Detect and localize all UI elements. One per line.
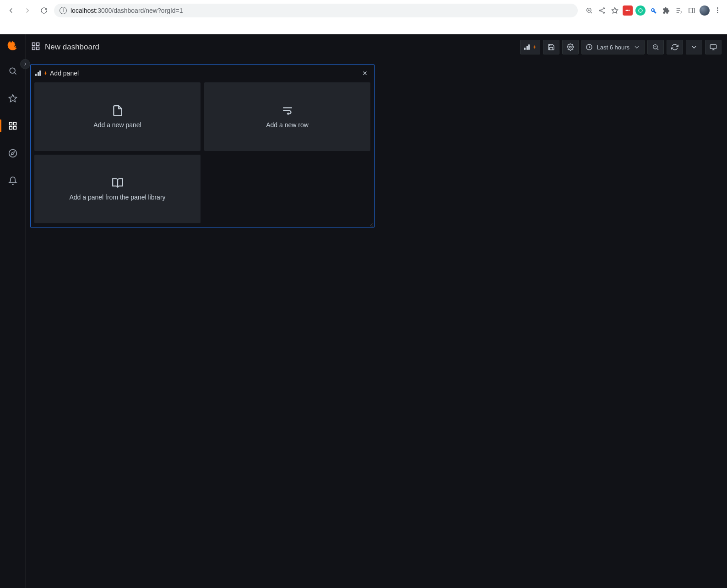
svg-rect-21 [9,127,12,129]
add-new-row-label: Add a new row [266,121,309,129]
browser-reload-button[interactable] [38,4,50,17]
grafana-app: New dashboard + Last 6 hours [0,34,727,588]
browser-back-button[interactable] [5,4,17,17]
svg-rect-28 [37,47,39,50]
sidenav [0,34,26,588]
svg-marker-9 [612,7,618,13]
sidenav-starred[interactable] [4,89,22,108]
book-open-icon [112,177,124,189]
extension-green-icon[interactable] [635,5,646,16]
extensions-puzzle-icon[interactable] [661,5,671,16]
sidenav-explore[interactable] [4,144,22,162]
extension-red-icon[interactable]: ••• [623,5,633,16]
bookmark-star-icon[interactable] [610,5,620,16]
save-icon [548,43,555,51]
add-panel-title: Add panel [50,70,79,77]
gear-icon [567,43,574,51]
toolbar-time-picker[interactable]: Last 6 hours [581,40,645,54]
toolbar-refresh-interval-button[interactable] [686,40,702,54]
add-panel-widget: + Add panel Add a new panel Add a new ro… [30,65,374,227]
svg-point-6 [603,12,605,13]
svg-rect-34 [710,45,716,49]
add-from-library-card[interactable]: Add a panel from the panel library [34,155,201,223]
svg-line-33 [657,49,658,50]
add-from-library-label: Add a panel from the panel library [69,194,165,201]
bar-chart-icon [35,70,41,76]
svg-point-4 [603,8,605,9]
svg-rect-19 [9,123,12,125]
main-column: New dashboard + Last 6 hours [26,34,727,588]
toolbar-settings-button[interactable] [562,40,579,54]
dashboard-toolbar: New dashboard + Last 6 hours [26,34,727,60]
browser-actions: ••• [581,5,722,16]
sidenav-search[interactable] [4,62,22,80]
toolbar-refresh-button[interactable] [667,40,683,54]
wrap-text-icon [282,105,293,117]
browser-address-bar[interactable]: i localhost:3000/dashboard/new?orgId=1 [54,4,578,17]
sidenav-expand-button[interactable] [20,59,30,69]
clock-icon [586,43,593,51]
toolbar-zoom-out-button[interactable] [647,40,664,54]
toolbar-save-button[interactable] [543,40,559,54]
panel-resize-handle[interactable] [369,221,373,226]
plus-icon: + [533,44,536,50]
time-range-label: Last 6 hours [597,44,629,51]
svg-marker-24 [11,152,14,155]
svg-point-16 [10,68,15,73]
svg-line-17 [14,73,16,75]
svg-line-8 [601,11,603,12]
side-panel-icon[interactable] [687,5,697,16]
url-text: localhost:3000/dashboard/new?orgId=1 [71,7,183,14]
dashboards-icon [31,42,40,53]
site-info-icon[interactable]: i [60,7,67,14]
sidenav-dashboards[interactable] [4,117,22,135]
browser-menu-icon[interactable] [712,5,722,16]
browser-forward-button[interactable] [21,4,34,17]
add-new-panel-card[interactable]: Add a new panel [34,82,201,151]
svg-rect-27 [33,47,35,50]
close-icon [362,70,368,76]
browser-chrome: i localhost:3000/dashboard/new?orgId=1 •… [0,0,727,21]
svg-rect-26 [37,43,39,46]
share-icon[interactable] [597,5,607,16]
svg-point-29 [570,46,571,48]
toolbar-cycle-view-button[interactable] [705,40,722,54]
profile-avatar[interactable] [700,5,710,16]
reading-list-icon[interactable] [674,5,684,16]
sidenav-alerting[interactable] [4,172,22,190]
browser-content-gap [0,21,727,34]
monitor-icon [710,43,717,51]
bar-chart-icon [524,44,530,50]
svg-rect-22 [13,127,16,129]
refresh-icon [671,43,678,51]
chevron-down-icon [690,43,698,51]
page-title: New dashboard [45,43,99,52]
toolbar-add-panel-button[interactable]: + [520,40,540,54]
add-panel-close-button[interactable] [360,69,369,78]
extension-wrench-icon[interactable] [648,5,658,16]
chevron-down-icon [633,43,640,51]
dashboard-canvas: + Add panel Add a new panel Add a new ro… [26,60,727,588]
svg-line-3 [591,12,592,13]
svg-rect-25 [33,43,35,46]
svg-rect-20 [13,123,16,125]
add-new-panel-label: Add a new panel [93,121,141,129]
plus-icon: + [44,70,47,76]
svg-point-5 [600,10,601,11]
svg-point-23 [9,150,16,157]
add-new-row-card[interactable]: Add a new row [204,82,370,151]
svg-point-10 [639,9,642,12]
file-icon [112,105,124,117]
zoom-icon[interactable] [584,5,594,16]
svg-rect-14 [689,8,694,13]
svg-marker-18 [9,95,16,102]
zoom-out-icon [652,43,659,51]
svg-line-7 [601,9,603,10]
grafana-logo[interactable] [6,40,19,53]
